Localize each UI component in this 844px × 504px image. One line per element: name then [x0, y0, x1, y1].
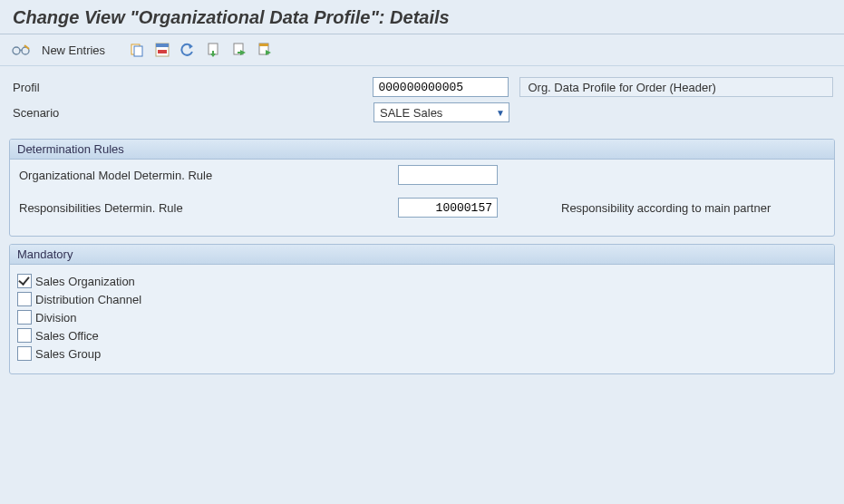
svg-rect-7	[158, 50, 167, 53]
svg-rect-4	[134, 46, 142, 56]
svg-rect-6	[156, 44, 169, 47]
sales-office-checkbox[interactable]	[17, 328, 32, 343]
determination-rules-title: Determination Rules	[10, 140, 834, 160]
profil-input[interactable]	[373, 77, 509, 97]
responsibilities-rule-input[interactable]	[398, 198, 498, 218]
distribution-channel-checkbox[interactable]	[17, 292, 32, 306]
mandatory-item: Distribution Channel	[17, 292, 827, 306]
undo-icon[interactable]	[178, 40, 198, 60]
sales-organization-checkbox[interactable]	[17, 274, 32, 288]
mandatory-item: Sales Organization	[17, 274, 827, 288]
sales-group-checkbox[interactable]	[17, 346, 32, 361]
mandatory-group: Mandatory Sales Organization Distributio…	[9, 244, 835, 374]
page-title: Change View "Organizational Data Profile…	[0, 0, 844, 34]
mandatory-item: Sales Group	[17, 346, 827, 361]
copy-icon[interactable]	[127, 40, 147, 60]
glasses-icon[interactable]	[11, 40, 31, 60]
division-checkbox[interactable]	[17, 310, 32, 325]
svg-rect-14	[238, 52, 241, 53]
delete-row-icon[interactable]	[152, 40, 172, 60]
scenario-value: SALE Sales	[380, 106, 442, 120]
svg-rect-16	[259, 44, 268, 46]
new-entries-button[interactable]: New Entries	[36, 42, 111, 59]
profil-label: Profil	[11, 81, 373, 94]
responsibilities-rule-desc: Responsibility according to main partner	[561, 201, 771, 215]
checkbox-label: Sales Organization	[35, 275, 135, 288]
header-form: Profil Org. Data Profile for Order (Head…	[0, 66, 844, 131]
svg-rect-11	[212, 51, 214, 54]
chevron-down-icon: ▼	[496, 108, 505, 118]
checkbox-label: Sales Office	[35, 329, 99, 343]
export-icon[interactable]	[228, 40, 248, 60]
mandatory-item: Division	[17, 310, 827, 325]
checkbox-label: Distribution Channel	[35, 293, 141, 306]
import-icon[interactable]	[203, 40, 223, 60]
mandatory-item: Sales Office	[17, 328, 827, 343]
mandatory-title: Mandatory	[10, 245, 834, 265]
checkbox-label: Sales Group	[35, 347, 101, 361]
checkbox-label: Division	[35, 311, 77, 325]
scenario-select[interactable]: SALE Sales ▼	[373, 102, 509, 122]
determination-rules-group: Determination Rules Organizational Model…	[9, 139, 835, 237]
org-model-rule-label: Organizational Model Determin. Rule	[17, 169, 398, 182]
svg-point-0	[13, 47, 20, 54]
scenario-label: Scenario	[11, 106, 373, 120]
responsibilities-rule-label: Responsibilities Determin. Rule	[17, 201, 398, 215]
transport-icon[interactable]	[254, 40, 274, 60]
org-model-rule-input[interactable]	[398, 165, 498, 185]
profil-description: Org. Data Profile for Order (Header)	[519, 77, 833, 97]
toolbar: New Entries	[0, 34, 844, 66]
